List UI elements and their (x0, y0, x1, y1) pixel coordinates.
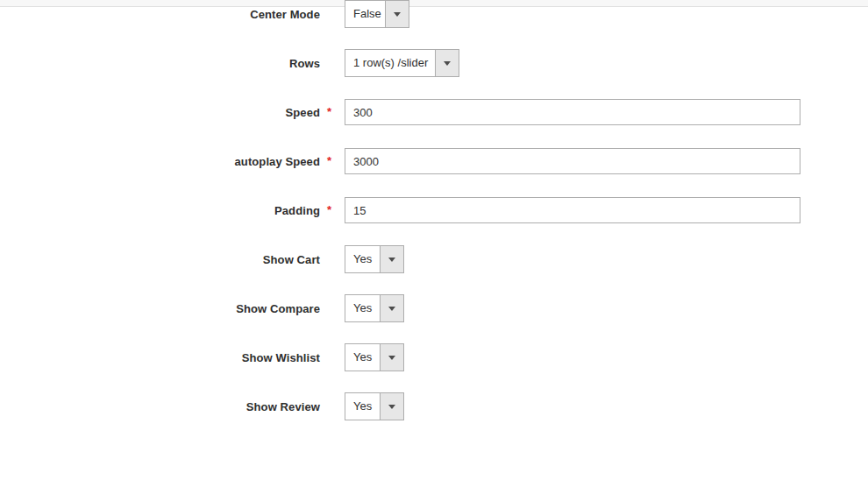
show-compare-label: Show Compare (236, 302, 320, 315)
field-row-center-mode: Center Mode False (0, 0, 868, 39)
speed-label-cell: Speed * (0, 104, 333, 120)
center-mode-select-button[interactable] (385, 0, 409, 28)
field-row-show-compare: Show Compare Yes (0, 284, 868, 333)
field-row-show-wishlist: Show Wishlist Yes (0, 333, 868, 382)
field-row-show-cart: Show Cart Yes (0, 235, 868, 284)
center-mode-label: Center Mode (250, 8, 320, 21)
rows-select[interactable]: 1 row(s) /slider (345, 49, 459, 77)
show-compare-select[interactable]: Yes (345, 294, 404, 322)
center-mode-select[interactable]: False (345, 0, 409, 28)
show-wishlist-select-button[interactable] (380, 343, 404, 371)
padding-label-cell: Padding * (0, 202, 333, 218)
show-compare-label-cell: Show Compare (0, 300, 333, 316)
show-cart-select-value: Yes (345, 245, 381, 273)
padding-label: Padding (274, 204, 320, 217)
padding-input[interactable] (345, 197, 800, 223)
speed-label: Speed (285, 106, 320, 119)
show-review-label: Show Review (246, 400, 320, 413)
speed-control (345, 99, 800, 125)
show-review-select-button[interactable] (380, 392, 404, 420)
field-row-speed: Speed * (0, 88, 868, 137)
show-cart-control: Yes (345, 245, 404, 273)
chevron-down-icon (394, 12, 401, 17)
show-wishlist-label-cell: Show Wishlist (0, 349, 333, 365)
show-wishlist-select[interactable]: Yes (345, 343, 404, 371)
field-row-show-review: Show Review Yes (0, 382, 868, 431)
required-asterisk: * (327, 154, 331, 167)
padding-control (345, 197, 800, 223)
field-row-padding: Padding * (0, 186, 868, 235)
center-mode-label-cell: Center Mode (0, 6, 333, 22)
autoplay-speed-label: autoplay Speed (235, 155, 320, 168)
chevron-down-icon (388, 405, 395, 409)
slider-settings-form: Center Mode False Rows 1 row(s) /slider (0, 0, 868, 431)
show-review-select-value: Yes (345, 392, 381, 420)
chevron-down-icon (388, 307, 395, 311)
show-cart-select-button[interactable] (380, 245, 404, 273)
show-wishlist-label: Show Wishlist (242, 351, 320, 364)
chevron-down-icon (388, 258, 395, 262)
rows-control: 1 row(s) /slider (345, 49, 459, 77)
show-review-select[interactable]: Yes (345, 392, 404, 420)
field-row-rows: Rows 1 row(s) /slider (0, 39, 868, 88)
autoplay-speed-label-cell: autoplay Speed * (0, 153, 333, 169)
rows-select-value: 1 row(s) /slider (345, 49, 436, 77)
chevron-down-icon (444, 61, 451, 66)
show-review-control: Yes (345, 392, 404, 420)
chevron-down-icon (388, 356, 395, 360)
rows-select-button[interactable] (435, 49, 459, 77)
autoplay-speed-input[interactable] (345, 148, 800, 174)
center-mode-control: False (345, 0, 409, 28)
show-compare-select-button[interactable] (380, 294, 404, 322)
show-wishlist-select-value: Yes (345, 343, 381, 371)
center-mode-select-value: False (345, 0, 386, 28)
required-asterisk: * (327, 203, 331, 216)
rows-label-cell: Rows (0, 55, 333, 71)
show-cart-select[interactable]: Yes (345, 245, 404, 273)
show-review-label-cell: Show Review (0, 399, 333, 414)
show-compare-select-value: Yes (345, 294, 381, 322)
show-wishlist-control: Yes (345, 343, 404, 371)
autoplay-speed-control (345, 148, 800, 174)
required-asterisk: * (327, 105, 331, 118)
show-compare-control: Yes (345, 294, 404, 322)
show-cart-label-cell: Show Cart (0, 251, 333, 267)
rows-label: Rows (289, 57, 320, 70)
field-row-autoplay-speed: autoplay Speed * (0, 137, 868, 186)
speed-input[interactable] (345, 99, 800, 125)
show-cart-label: Show Cart (263, 253, 320, 266)
